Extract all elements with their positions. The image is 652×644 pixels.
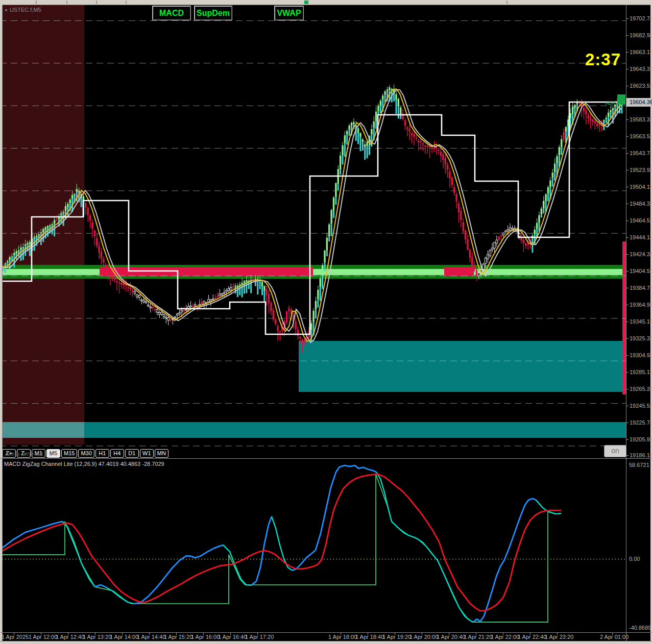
candle bbox=[357, 128, 359, 133]
candle bbox=[232, 286, 234, 287]
symbol-text: USTEC.f,M5 bbox=[10, 7, 41, 13]
price-tick bbox=[626, 187, 629, 187]
time-tick bbox=[68, 633, 68, 635]
candle bbox=[473, 266, 475, 270]
candle bbox=[335, 183, 336, 197]
candle bbox=[288, 308, 289, 311]
candle bbox=[273, 310, 274, 319]
candle bbox=[208, 299, 209, 302]
candle bbox=[317, 290, 319, 299]
candle bbox=[47, 226, 49, 228]
timeframe-button-m15[interactable]: M15 bbox=[61, 449, 77, 458]
candle bbox=[505, 231, 506, 232]
candle bbox=[520, 236, 522, 240]
price-tick bbox=[626, 338, 629, 339]
candle bbox=[351, 123, 352, 126]
timeframe-button-m5[interactable]: M5 bbox=[46, 449, 60, 458]
price-tick bbox=[626, 254, 629, 255]
vwap-button[interactable]: VWAP bbox=[274, 6, 304, 20]
candle bbox=[603, 120, 605, 122]
candle bbox=[328, 225, 330, 237]
timeframe-button-w1[interactable]: W1 bbox=[140, 449, 154, 458]
candle bbox=[201, 302, 203, 304]
candle bbox=[130, 287, 131, 289]
time-tick bbox=[422, 633, 422, 635]
candle bbox=[322, 265, 323, 276]
candle bbox=[460, 211, 462, 220]
candle bbox=[489, 251, 491, 256]
candle bbox=[422, 143, 424, 144]
candle bbox=[13, 253, 15, 256]
candle bbox=[20, 247, 21, 250]
candle bbox=[496, 240, 497, 243]
timeframe-button-h4[interactable]: H4 bbox=[110, 449, 124, 458]
time-tick bbox=[95, 633, 95, 635]
price-tick bbox=[626, 271, 629, 271]
time-axis-separator bbox=[0, 632, 652, 633]
candle bbox=[91, 222, 93, 229]
candle bbox=[125, 285, 127, 286]
candle bbox=[342, 145, 343, 156]
symbol-label[interactable]: ▼USTEC.f,M5 bbox=[4, 7, 41, 13]
candle bbox=[103, 259, 104, 262]
toolbar-separator bbox=[66, 1, 67, 4]
candle bbox=[9, 257, 10, 260]
price-axis-label: 19702.73 bbox=[630, 15, 652, 21]
macd-button[interactable]: MACD bbox=[152, 6, 191, 20]
price-axis-label: 19682.93 bbox=[630, 32, 652, 38]
timeframe-button-zplus[interactable]: Z+ bbox=[2, 449, 16, 458]
candle bbox=[85, 203, 86, 208]
chevron-down-icon[interactable]: ▼ bbox=[4, 8, 8, 13]
timeframe-button-zminus[interactable]: Z- bbox=[17, 449, 31, 458]
candle bbox=[371, 129, 372, 134]
price-tick bbox=[626, 305, 629, 305]
chart-canvas[interactable] bbox=[0, 0, 652, 644]
adr-label: ADR bbox=[606, 101, 615, 106]
time-axis-label: 1 Apr 19:20 bbox=[382, 634, 411, 640]
time-tick bbox=[503, 633, 503, 635]
price-tick bbox=[626, 406, 629, 406]
candle bbox=[241, 283, 243, 284]
time-axis-label: 1 Apr 2025 bbox=[2, 634, 29, 640]
candle bbox=[141, 300, 142, 301]
price-tick bbox=[626, 153, 629, 154]
indicator-pane-separator[interactable] bbox=[0, 458, 652, 459]
timeframe-button-d1[interactable]: D1 bbox=[125, 449, 139, 458]
on-toggle-button[interactable]: on bbox=[604, 445, 626, 457]
timeframe-button-h1[interactable]: H1 bbox=[95, 449, 109, 458]
candle bbox=[230, 287, 232, 290]
candle bbox=[177, 314, 178, 315]
supdem-button[interactable]: SupDem bbox=[194, 6, 232, 20]
timeframe-button-mn[interactable]: MN bbox=[155, 449, 168, 458]
candle bbox=[585, 111, 587, 114]
price-axis-label: 19424.33 bbox=[630, 251, 652, 257]
candle bbox=[268, 294, 270, 304]
candle bbox=[71, 195, 73, 199]
candle bbox=[174, 317, 176, 318]
price-axis-label: 19643.33 bbox=[630, 66, 652, 72]
candle bbox=[498, 237, 500, 240]
candle bbox=[502, 233, 504, 235]
toolbar-indicator-dot bbox=[304, 1, 308, 4]
time-axis-label: 2 Apr 01:00 bbox=[600, 634, 629, 640]
candle bbox=[362, 139, 364, 142]
price-axis-label: 19583.33 bbox=[630, 116, 652, 122]
candle bbox=[583, 108, 585, 112]
candle bbox=[143, 300, 144, 302]
candle bbox=[214, 298, 216, 299]
candle bbox=[156, 310, 158, 313]
candle bbox=[132, 290, 133, 292]
timeframe-button-m30[interactable]: M30 bbox=[78, 449, 94, 458]
candle bbox=[56, 219, 57, 220]
price-tick bbox=[626, 119, 629, 120]
price-axis-label: 19384.73 bbox=[630, 285, 652, 291]
candle bbox=[608, 113, 609, 117]
candle bbox=[478, 273, 479, 276]
timeframe-button-m1[interactable]: M1 bbox=[32, 449, 45, 458]
candle bbox=[94, 231, 95, 236]
indicator-scale-max: 58.6721 bbox=[629, 462, 649, 468]
candle bbox=[411, 133, 413, 135]
candle bbox=[330, 210, 332, 224]
candle bbox=[588, 115, 589, 118]
candle bbox=[559, 147, 560, 155]
